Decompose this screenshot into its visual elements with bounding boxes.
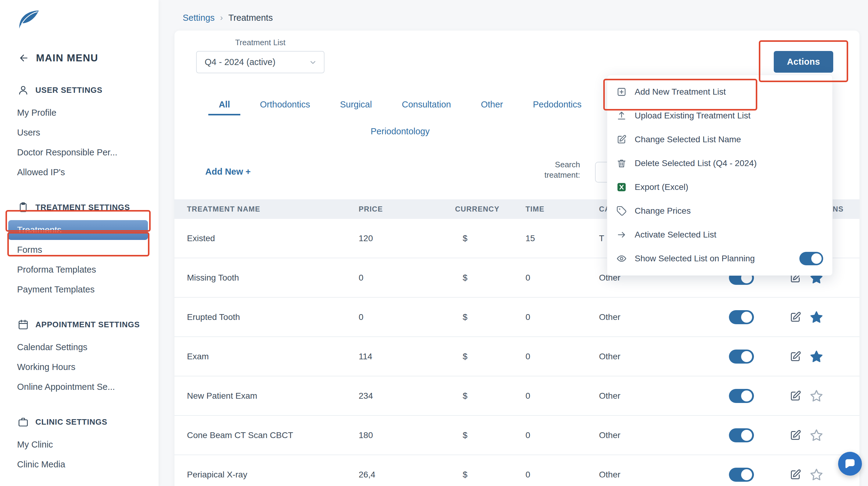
star-icon[interactable] [809, 310, 824, 324]
feather-logo-icon [18, 10, 40, 30]
treatment-list-select[interactable]: Q4 - 2024 (active) [196, 51, 324, 73]
table-row: New Patient Exam 234 $ 0 Other [175, 376, 860, 416]
row-actions-cell [729, 310, 860, 324]
menu-item-label: Upload Existing Treatment List [635, 111, 751, 121]
time-cell: 0 [524, 430, 595, 440]
back-to-main-menu-button[interactable]: MAIN MENU [18, 51, 159, 65]
menu-item-label: Show Selected List on Planning [635, 254, 755, 263]
add-square-icon [616, 87, 627, 97]
treatment-active-toggle[interactable] [729, 389, 754, 403]
time-cell: 0 [524, 352, 595, 362]
menu-item-upload-existing-treatment-list[interactable]: Upload Existing Treatment List [607, 104, 832, 127]
column-header-treatment-name: TREATMENT NAME [175, 205, 359, 213]
treatment-active-toggle[interactable] [729, 428, 754, 442]
arrow-right-icon [616, 230, 627, 240]
actions-button[interactable]: Actions [774, 51, 833, 73]
tab-other[interactable]: Other [471, 95, 514, 115]
tab-consultation[interactable]: Consultation [391, 95, 461, 115]
chevron-down-icon [308, 57, 318, 67]
category-cell: Other [595, 391, 729, 401]
sidebar-item-treatments[interactable]: Treatments [8, 220, 148, 240]
sidebar-item-my-profile[interactable]: My Profile [0, 103, 159, 123]
sidebar-section-items: TreatmentsFormsProforma TemplatesPayment… [0, 220, 159, 299]
sidebar-item-allowed-ip-s[interactable]: Allowed IP's [0, 163, 159, 182]
sidebar-item-forms[interactable]: Forms [0, 240, 159, 260]
edit-icon[interactable] [789, 390, 802, 402]
sidebar-section-header: CLINIC SETTINGS [0, 415, 159, 429]
menu-item-label: Delete Selected List (Q4 - 2024) [635, 159, 757, 168]
treatment-name-cell: Erupted Tooth [175, 312, 359, 322]
add-new-link[interactable]: Add New + [205, 167, 251, 177]
currency-cell: $ [455, 233, 524, 243]
menu-item-change-prices[interactable]: Change Prices [607, 199, 832, 223]
column-header-time: TIME [524, 205, 595, 213]
tab-surgical[interactable]: Surgical [330, 95, 382, 115]
treatment-active-toggle[interactable] [729, 349, 754, 364]
sidebar-section: CLINIC SETTINGS My ClinicClinic Media [0, 415, 159, 475]
sidebar-item-clinic-media[interactable]: Clinic Media [0, 455, 159, 475]
menu-item-delete-selected-list-q4-2024[interactable]: Delete Selected List (Q4 - 2024) [607, 151, 832, 175]
star-icon[interactable] [809, 428, 824, 442]
edit-square-icon [616, 134, 627, 145]
price-cell: 234 [359, 391, 455, 401]
toggle-knob [741, 469, 752, 480]
sidebar-item-calendar-settings[interactable]: Calendar Settings [0, 337, 159, 357]
trash-icon [616, 158, 627, 169]
category-cell: Other [595, 352, 729, 362]
treatment-name-cell: New Patient Exam [175, 391, 359, 401]
menu-item-show-selected-list-on-planning[interactable]: Show Selected List on Planning [607, 247, 832, 270]
time-cell: 0 [524, 470, 595, 480]
tab-all[interactable]: All [208, 95, 240, 115]
tab-orthodontics[interactable]: Orthodontics [249, 95, 320, 115]
price-cell: 120 [359, 233, 455, 243]
treatment-name-cell: Periapical X-ray [175, 470, 359, 480]
sidebar-item-doctor-responsible-per[interactable]: Doctor Responsible Per... [0, 143, 159, 163]
edit-icon[interactable] [789, 311, 802, 323]
sidebar-item-proforma-templates[interactable]: Proforma Templates [0, 260, 159, 280]
upload-icon [616, 111, 627, 121]
menu-item-add-new-treatment-list[interactable]: Add New Treatment List [607, 80, 832, 104]
chat-launcher-button[interactable] [838, 452, 862, 476]
sidebar-item-online-appointment-se[interactable]: Online Appointment Se... [0, 377, 159, 397]
toggle-knob [741, 430, 752, 441]
sidebar-section-header: APPOINTMENT SETTINGS [0, 318, 159, 331]
price-cell: 0 [359, 312, 455, 322]
currency-cell: $ [455, 352, 524, 362]
breadcrumb-settings-link[interactable]: Settings [183, 13, 215, 23]
sidebar-item-my-clinic[interactable]: My Clinic [0, 435, 159, 455]
treatment-active-toggle[interactable] [729, 310, 754, 324]
edit-icon[interactable] [789, 350, 802, 363]
treatment-name-cell: Exam [175, 352, 359, 362]
sidebar-item-users[interactable]: Users [0, 123, 159, 143]
star-icon[interactable] [809, 349, 824, 364]
time-cell: 15 [524, 233, 595, 243]
price-cell: 114 [359, 352, 455, 362]
sidebar-sections: USER SETTINGS My ProfileUsersDoctor Resp… [0, 83, 159, 475]
treatment-list-label: Treatment List [196, 38, 324, 47]
breadcrumb-separator: › [220, 13, 223, 23]
star-icon[interactable] [809, 468, 824, 482]
toggle-knob [741, 391, 752, 401]
sidebar-section: APPOINTMENT SETTINGS Calendar SettingsWo… [0, 318, 159, 397]
treatment-name-cell: Existed [175, 233, 359, 243]
menu-item-activate-selected-list[interactable]: Activate Selected List [607, 223, 832, 247]
edit-icon[interactable] [789, 429, 802, 441]
table-row: Erupted Tooth 0 $ 0 Other [175, 298, 860, 337]
treatment-active-toggle[interactable] [729, 468, 754, 482]
edit-icon[interactable] [789, 468, 802, 481]
sidebar-item-working-hours[interactable]: Working Hours [0, 357, 159, 377]
menu-item-change-selected-list-name[interactable]: Change Selected List Name [607, 127, 832, 151]
sidebar-section-label: TREATMENT SETTINGS [35, 203, 130, 212]
menu-item-export-excel[interactable]: Export (Excel) [607, 175, 832, 199]
menu-item-label: Change Prices [635, 206, 691, 216]
tab-periodontology[interactable]: Periodontology [360, 122, 440, 142]
sidebar-item-payment-templates[interactable]: Payment Templates [0, 280, 159, 299]
main-menu-label: MAIN MENU [36, 52, 98, 64]
tab-pedodontics[interactable]: Pedodontics [522, 95, 592, 115]
show-on-planning-toggle[interactable] [799, 252, 823, 265]
sidebar-section-items: My ProfileUsersDoctor Responsible Per...… [0, 103, 159, 182]
menu-item-label: Add New Treatment List [635, 87, 726, 97]
time-cell: 0 [524, 391, 595, 401]
star-icon[interactable] [809, 389, 824, 403]
currency-cell: $ [455, 430, 524, 440]
